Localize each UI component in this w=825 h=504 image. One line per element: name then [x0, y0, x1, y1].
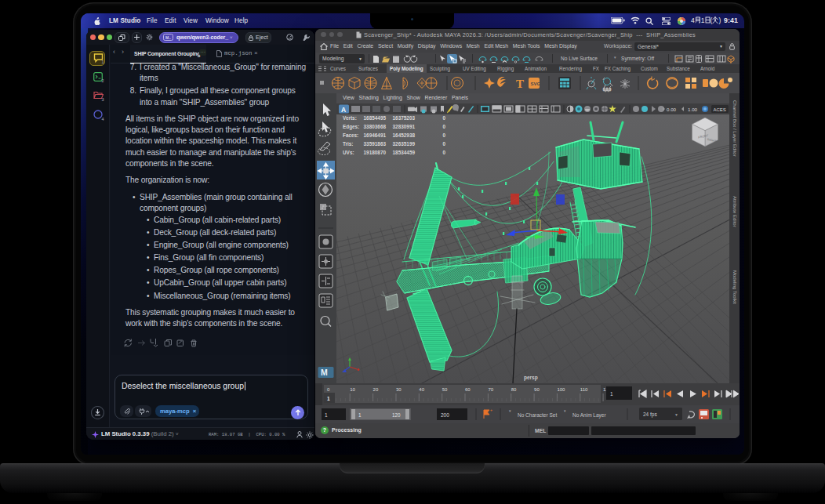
- svg-text:120: 120: [392, 412, 401, 418]
- svg-text:16854495: 16854495: [364, 115, 387, 121]
- svg-text:▼: ▼: [508, 409, 511, 413]
- svg-text:1: 1: [325, 412, 328, 418]
- svg-text:Faces:: Faces:: [343, 132, 358, 138]
- svg-text:60: 60: [465, 387, 471, 392]
- svg-text:16375203: 16375203: [393, 115, 416, 121]
- svg-text:Edges:: Edges:: [343, 124, 359, 130]
- svg-text:1.00: 1.00: [688, 107, 698, 112]
- svg-text:19180870: 19180870: [364, 150, 387, 155]
- svg-text:No Anim Layer: No Anim Layer: [572, 412, 606, 419]
- svg-text:110: 110: [580, 387, 588, 392]
- svg-text:100: 100: [557, 387, 565, 392]
- svg-text:0: 0: [442, 141, 445, 147]
- svg-text:32635199: 32635199: [393, 141, 416, 147]
- svg-text:SVG: SVG: [531, 82, 541, 86]
- svg-text:32830991: 32830991: [393, 124, 416, 129]
- svg-text:16946491: 16946491: [364, 132, 387, 138]
- svg-text:30: 30: [396, 387, 402, 392]
- svg-text:33591863: 33591863: [364, 141, 387, 147]
- svg-text:70: 70: [488, 387, 493, 392]
- svg-text:40: 40: [419, 387, 424, 392]
- svg-text:M: M: [321, 368, 328, 377]
- svg-text:18534459: 18534459: [393, 150, 416, 155]
- svg-text:A: A: [341, 106, 346, 114]
- svg-text:50: 50: [442, 387, 448, 392]
- svg-text:▼: ▼: [563, 409, 566, 413]
- svg-text:200: 200: [441, 412, 449, 418]
- svg-text:24 fps: 24 fps: [643, 412, 657, 418]
- svg-text:▼: ▼: [674, 412, 678, 417]
- svg-text:+: +: [490, 408, 492, 412]
- svg-text:Verts:: Verts:: [343, 115, 357, 121]
- svg-text:0.00: 0.00: [667, 107, 677, 112]
- svg-text:0,0,0: 0,0,0: [603, 88, 612, 92]
- svg-text:0: 0: [442, 132, 445, 138]
- svg-text:20: 20: [373, 387, 379, 392]
- svg-text:T: T: [516, 78, 524, 90]
- svg-text:0: 0: [442, 115, 445, 121]
- svg-text:No Character Set: No Character Set: [518, 412, 557, 418]
- svg-text:Tris:: Tris:: [343, 141, 354, 147]
- svg-text:1: 1: [327, 396, 330, 401]
- svg-text:0: 0: [442, 150, 445, 155]
- svg-text:1: 1: [358, 412, 362, 418]
- svg-text:80: 80: [511, 387, 517, 392]
- svg-text:90: 90: [534, 387, 540, 392]
- svg-text:1: 1: [610, 391, 613, 397]
- svg-text:10: 10: [350, 387, 355, 392]
- svg-text:persp: persp: [524, 375, 538, 381]
- svg-text:ACES: ACES: [714, 107, 726, 112]
- svg-text:16452938: 16452938: [393, 132, 416, 138]
- svg-text:UVs:: UVs:: [343, 150, 354, 155]
- svg-text:0: 0: [442, 124, 445, 129]
- svg-text:33803668: 33803668: [364, 124, 387, 129]
